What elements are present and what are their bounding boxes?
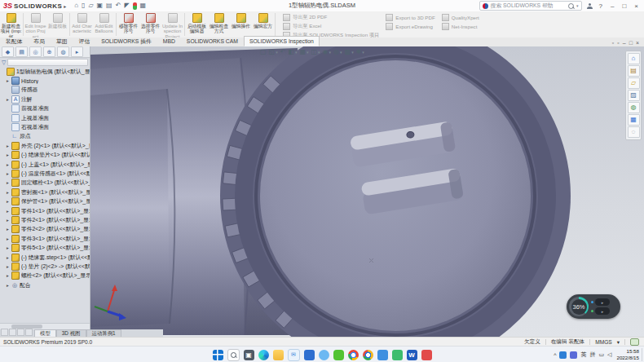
display-style-icon[interactable]: ◫ xyxy=(311,48,318,56)
zoom-area-icon[interactable]: ◱ xyxy=(269,48,276,56)
options-icon[interactable]: ▦ xyxy=(140,2,147,10)
notes-app-icon[interactable] xyxy=(377,350,388,360)
tree-item-保护管-1-默认[interactable]: ▸保护管<1> (默认<<默认>_显示状 xyxy=(0,196,90,205)
wechat-icon[interactable] xyxy=(333,350,344,360)
edit-appearance-icon[interactable]: ◍ xyxy=(333,48,339,56)
filter-input[interactable] xyxy=(7,59,88,66)
tab-mbd[interactable]: MBD xyxy=(157,36,181,46)
ribbon-button-编辑宏方[interactable]: 编辑宏方 xyxy=(252,11,274,38)
tray-app-blue-icon[interactable] xyxy=(559,351,567,359)
hide-show-items-icon[interactable]: ◉ xyxy=(323,48,329,56)
search-button[interactable] xyxy=(227,349,240,361)
export-item-qualityxpert[interactable]: QualityXpert xyxy=(442,14,479,21)
display-style-caret-icon[interactable]: ▾ xyxy=(318,50,320,55)
tab-草图[interactable]: 草图 xyxy=(51,36,73,46)
home-icon[interactable]: ⌂ xyxy=(74,2,78,10)
export-item-导出至-2d-pdf[interactable]: 导出至 2D PDF xyxy=(283,14,379,21)
tree-item-零件3-1-默认[interactable]: ▸零件3<1> (默认<<默认>_显示状态 xyxy=(0,234,90,243)
view-settings-caret-icon[interactable]: ▾ xyxy=(362,50,364,55)
minimize-button[interactable]: – xyxy=(609,2,615,10)
chrome-icon[interactable] xyxy=(348,350,359,360)
ribbon-button-新建模板[interactable]: 新建模板 xyxy=(46,11,68,38)
search-input[interactable]: 搜索 SOLIDWORKS 帮助 ▾ xyxy=(479,1,582,11)
view-orientation-icon[interactable]: ▦ xyxy=(299,48,306,56)
ime-pinyin-indicator[interactable]: 拼 xyxy=(589,351,595,359)
tree-item-零件2-1-默认[interactable]: ▸零件2<1> (默认<<默认>_显示状态 xyxy=(0,215,90,224)
doc-tab-3d-视图[interactable]: 3D 视图 xyxy=(56,329,86,337)
tab-装配体[interactable]: 装配体 xyxy=(0,36,28,46)
security-shield-icon[interactable] xyxy=(570,351,577,359)
ribbon-button-编辑操作[interactable]: 编辑操作 xyxy=(230,11,252,38)
tree-item-前视基准面[interactable]: 前视基准面 xyxy=(0,104,90,113)
zoom-area-caret-icon[interactable]: ▾ xyxy=(276,50,278,55)
task-view-button[interactable]: ▣ xyxy=(244,350,254,360)
tree-item-配合[interactable]: ▸◎配合 xyxy=(0,280,90,289)
dimxpertmanager-tab[interactable]: ⊕ xyxy=(43,46,55,57)
tree-item-上视基准面[interactable]: 上视基准面 xyxy=(0,113,90,122)
units-caret-icon[interactable]: ▾ xyxy=(617,339,620,346)
tab-nav-first-icon[interactable] xyxy=(1,329,8,336)
tree-item-螺栓-2-默认-默[interactable]: ▸螺栓<2> (默认<<默认>_显示状态 xyxy=(0,272,90,280)
tree-item-注解[interactable]: ▸A注解 xyxy=(0,95,90,104)
tree-item-零件1-1-默认[interactable]: ▸零件1<1> (默认<<默认>_显示状态 xyxy=(0,206,90,215)
tree-item-绝缘套-step[interactable]: ▸(-) 绝缘套.step<1> (默认<<默认 xyxy=(0,253,90,262)
red-app-icon[interactable] xyxy=(421,350,432,360)
select-icon[interactable]: ◤ xyxy=(124,2,129,10)
tab-nav-next-icon[interactable] xyxy=(17,329,24,336)
monitor-icon[interactable]: ▭ xyxy=(598,351,604,358)
hidden-icons-chevron[interactable]: ^ xyxy=(554,352,556,358)
store-icon[interactable] xyxy=(304,350,315,360)
edge-icon[interactable] xyxy=(258,350,269,360)
volume-icon[interactable]: ◁ xyxy=(607,351,611,358)
export-item-export-to-3d-pdf[interactable]: Export to 3D PDF xyxy=(386,14,435,21)
ribbon-button-add-characteristic[interactable]: Add Characteristic xyxy=(71,11,93,38)
tree-item-绝缘垫片-1[interactable]: ▸(-) 绝缘垫片<1> (默认<<默认>_显 xyxy=(0,151,90,160)
tab-solidworks-插件[interactable]: SOLIDWORKS 插件 xyxy=(95,36,157,46)
displaymanager-tab[interactable]: ◍ xyxy=(57,46,69,57)
help-button[interactable]: ? xyxy=(598,2,604,10)
graphics-area[interactable]: ▢◱▾↶◧▾▦▾◫▾◉▾◍▾▩▾✱▾ ⌂▤▱▨◍▦◌ 36% ▸ ▸ xyxy=(90,46,644,337)
doc-minimize-icon[interactable]: – xyxy=(623,40,626,46)
performance-icon[interactable] xyxy=(133,2,137,10)
solidworks-resources-icon[interactable]: ⌂ xyxy=(628,53,640,64)
tree-item-右视基准面[interactable]: 右视基准面 xyxy=(0,122,90,131)
doc-tab-模型[interactable]: 模型 xyxy=(34,329,56,337)
ribbon-button-update-inspection-project[interactable]: Update Inspection Project xyxy=(161,11,183,38)
model-3d-view[interactable] xyxy=(90,46,644,337)
doc-tab-运动算例1[interactable]: 运动算例1 xyxy=(86,329,121,337)
tree-item-温度传感器-1[interactable]: ▸(-) 温度传感器<1> (默认<<默认>_ xyxy=(0,169,90,178)
taskbar-clock[interactable]: 15:582022/8/15 xyxy=(616,348,642,361)
tree-item-密封圈-1-默认[interactable]: ▸密封圈<1> (默认<<默认>_显示状 xyxy=(0,188,90,196)
edit-appearance-caret-icon[interactable]: ▾ xyxy=(340,50,342,55)
doc-next-icon[interactable]: ▫ xyxy=(617,40,619,46)
save-icon[interactable]: ▣ xyxy=(97,2,104,10)
print-icon[interactable]: ▤ xyxy=(106,2,112,10)
tab-solidworks-cam[interactable]: SOLIDWORKS CAM xyxy=(181,36,244,46)
apply-scene-icon[interactable]: ▩ xyxy=(345,48,351,56)
tree-item-原点[interactable]: ∟原点 xyxy=(0,132,90,141)
ribbon-button-启动模板编辑器[interactable]: 启动模板编辑器 xyxy=(186,11,208,38)
language-indicator[interactable]: 英 xyxy=(580,351,586,359)
view-settings-icon[interactable]: ✱ xyxy=(356,48,362,56)
export-item-net-inspect[interactable]: Net-Inspect xyxy=(442,23,479,30)
tab-nav-prev-icon[interactable] xyxy=(9,329,16,336)
panel-overflow-tab[interactable]: ▸ xyxy=(71,46,83,57)
zoom-fit-icon[interactable]: ▢ xyxy=(260,48,267,56)
ribbon-button-新建检查项目-imp-何[interactable]: 新建检查项目 (imp:何 xyxy=(0,11,22,38)
search-caret-icon[interactable]: ▾ xyxy=(576,3,579,8)
solidworks-forum-icon[interactable]: ◌ xyxy=(628,126,640,138)
zoom-widget-button-top[interactable]: ▸ xyxy=(595,298,610,306)
export-item-export-edrawing[interactable]: Export eDrawing xyxy=(386,23,435,30)
view-palette-icon[interactable]: ▨ xyxy=(628,90,640,101)
tab-评估[interactable]: 评估 xyxy=(73,36,96,46)
featuremanager-tab[interactable]: ◆ xyxy=(2,46,14,57)
ribbon-button-edit-inspection-project[interactable]: Edit Inspection Project xyxy=(24,11,46,38)
custom-properties-icon[interactable]: ▦ xyxy=(628,114,640,126)
login-icon[interactable] xyxy=(587,3,593,9)
file-explorer-icon[interactable] xyxy=(273,350,284,360)
tree-item-零件2-2-默认[interactable]: ▸零件2<2> (默认<<默认>_显示状态 xyxy=(0,225,90,234)
configurationmanager-tab[interactable]: ◎ xyxy=(29,46,42,57)
tree-item-外壳-2-1-默[interactable]: ▸外壳 (2)<1> (默认<<默认>_显示状 xyxy=(0,141,90,150)
view-orientation-caret-icon[interactable]: ▾ xyxy=(307,50,309,55)
open-icon[interactable]: ▱ xyxy=(88,2,93,10)
